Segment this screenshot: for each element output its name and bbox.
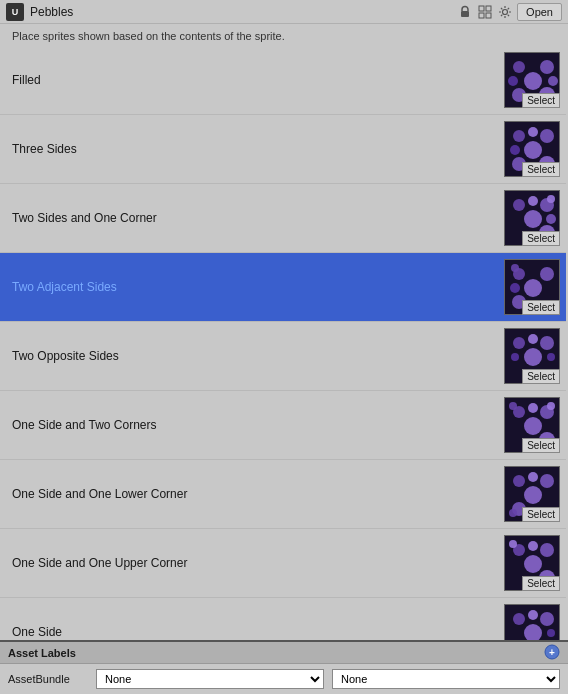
sprite-row-filled[interactable]: Filled Select xyxy=(0,46,566,115)
lock-icon[interactable] xyxy=(457,4,473,20)
asset-bundle-label: AssetBundle xyxy=(8,673,88,685)
svg-point-46 xyxy=(513,337,525,349)
title-bar-left: U Pebbles xyxy=(6,3,73,21)
svg-point-75 xyxy=(528,541,538,551)
sprite-row-one-side-two-corners[interactable]: One Side and Two Corners Select xyxy=(0,391,566,460)
svg-point-81 xyxy=(540,612,554,626)
thumbnail-container-two-adjacent-sides: Select xyxy=(504,259,560,315)
row-label-two-opposite-sides: Two Opposite Sides xyxy=(12,349,504,363)
select-button-three-sides[interactable]: Select xyxy=(522,162,560,177)
row-label-one-side: One Side xyxy=(12,625,504,639)
row-label-one-side-one-upper-corner: One Side and One Upper Corner xyxy=(12,556,504,570)
row-label-two-sides-one-corner: Two Sides and One Corner xyxy=(12,211,504,225)
main-content: Filled SelectThree Sides SelectTwo Sides… xyxy=(0,46,568,640)
sprite-row-two-sides-one-corner[interactable]: Two Sides and One Corner Select xyxy=(0,184,566,253)
svg-point-27 xyxy=(524,210,542,228)
row-label-two-adjacent-sides: Two Adjacent Sides xyxy=(12,280,504,294)
svg-point-54 xyxy=(524,417,542,435)
sprite-row-three-sides[interactable]: Three Sides Select xyxy=(0,115,566,184)
sprite-row-two-opposite-sides[interactable]: Two Opposite Sides Select xyxy=(0,322,566,391)
select-button-two-adjacent-sides[interactable]: Select xyxy=(522,300,560,315)
svg-rect-0 xyxy=(461,11,469,17)
select-button-filled[interactable]: Select xyxy=(522,93,560,108)
window-title: Pebbles xyxy=(30,5,73,19)
subtitle-text: Place sprites shown based on the content… xyxy=(0,24,568,46)
svg-point-36 xyxy=(524,279,542,297)
bottom-panel: Asset Labels + AssetBundle None None xyxy=(0,640,568,692)
svg-point-45 xyxy=(524,348,542,366)
open-button[interactable]: Open xyxy=(517,3,562,21)
svg-point-19 xyxy=(513,130,525,142)
sprite-row-one-side-one-upper-corner[interactable]: One Side and One Upper Corner Select xyxy=(0,529,566,598)
svg-point-71 xyxy=(524,555,542,573)
sprite-row-two-adjacent-sides[interactable]: Two Adjacent Sides Select xyxy=(0,253,566,322)
gear-icon[interactable] xyxy=(497,4,513,20)
svg-point-80 xyxy=(513,613,525,625)
svg-rect-4 xyxy=(486,13,491,18)
svg-point-28 xyxy=(513,199,525,211)
row-label-filled: Filled xyxy=(12,73,504,87)
select-button-one-side-two-corners[interactable]: Select xyxy=(522,438,560,453)
svg-point-51 xyxy=(547,353,555,361)
thumbnail-container-three-sides: Select xyxy=(504,121,560,177)
svg-point-23 xyxy=(528,127,538,137)
svg-text:+: + xyxy=(549,647,555,658)
svg-rect-3 xyxy=(479,13,484,18)
svg-point-64 xyxy=(513,475,525,487)
asset-label-icon: + xyxy=(544,644,560,662)
svg-point-63 xyxy=(524,486,542,504)
scroll-area[interactable]: Filled SelectThree Sides SelectTwo Sides… xyxy=(0,46,568,640)
svg-point-76 xyxy=(509,540,517,548)
svg-point-42 xyxy=(511,264,519,272)
svg-point-32 xyxy=(546,214,556,224)
asset-bundle-row: AssetBundle None None xyxy=(0,664,568,694)
svg-point-33 xyxy=(547,195,555,203)
svg-point-9 xyxy=(513,61,525,73)
svg-point-15 xyxy=(548,76,558,86)
svg-point-67 xyxy=(528,472,538,482)
asset-bundle-select-2[interactable]: None xyxy=(332,669,560,689)
svg-point-82 xyxy=(528,610,538,620)
select-button-two-opposite-sides[interactable]: Select xyxy=(522,369,560,384)
asset-bundle-select-1[interactable]: None xyxy=(96,669,324,689)
sprite-row-one-side[interactable]: One Side Select xyxy=(0,598,566,640)
svg-point-18 xyxy=(524,141,542,159)
select-button-two-sides-one-corner[interactable]: Select xyxy=(522,231,560,246)
svg-point-20 xyxy=(540,129,554,143)
svg-point-73 xyxy=(540,543,554,557)
svg-point-50 xyxy=(511,353,519,361)
svg-point-24 xyxy=(510,145,520,155)
row-label-three-sides: Three Sides xyxy=(12,142,504,156)
svg-point-31 xyxy=(528,196,538,206)
asset-labels-header: Asset Labels + xyxy=(0,642,568,664)
select-button-one-side-one-upper-corner[interactable]: Select xyxy=(522,576,560,591)
svg-point-14 xyxy=(508,76,518,86)
select-button-one-side-one-lower-corner[interactable]: Select xyxy=(522,507,560,522)
svg-point-47 xyxy=(540,336,554,350)
svg-point-65 xyxy=(540,474,554,488)
svg-point-83 xyxy=(547,629,555,637)
row-label-one-side-two-corners: One Side and Two Corners xyxy=(12,418,504,432)
thumbnail-container-one-side-two-corners: Select xyxy=(504,397,560,453)
sprite-row-one-side-one-lower-corner[interactable]: One Side and One Lower Corner Select xyxy=(0,460,566,529)
svg-point-10 xyxy=(540,60,554,74)
title-bar-right: Open xyxy=(457,3,562,21)
row-label-one-side-one-lower-corner: One Side and One Lower Corner xyxy=(12,487,504,501)
svg-rect-2 xyxy=(486,6,491,11)
svg-point-60 xyxy=(547,402,555,410)
asset-labels-title: Asset Labels xyxy=(8,647,76,659)
svg-point-41 xyxy=(510,283,520,293)
svg-rect-1 xyxy=(479,6,484,11)
thumbnail-container-one-side-one-lower-corner: Select xyxy=(504,466,560,522)
layout-icon[interactable] xyxy=(477,4,493,20)
svg-point-68 xyxy=(509,509,517,517)
svg-point-5 xyxy=(503,9,508,14)
svg-point-48 xyxy=(528,334,538,344)
svg-point-38 xyxy=(540,267,554,281)
svg-point-8 xyxy=(524,72,542,90)
svg-point-58 xyxy=(528,403,538,413)
thumbnail-container-one-side: Select xyxy=(504,604,560,640)
title-bar: U Pebbles Open xyxy=(0,0,568,24)
svg-point-59 xyxy=(509,402,517,410)
thumbnail-container-filled: Select xyxy=(504,52,560,108)
